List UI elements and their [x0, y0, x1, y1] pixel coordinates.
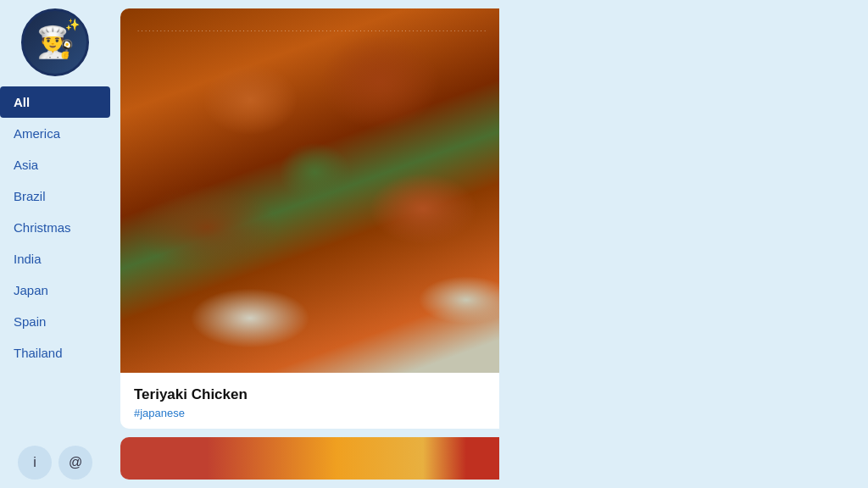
sidebar-item-asia[interactable]: Asia — [0, 149, 110, 180]
card-teriyaki-bottom: Teriyaki Chicken #japanese 𝕏 — [120, 373, 499, 429]
sidebar-item-japan[interactable]: Japan — [0, 274, 110, 306]
sidebar-item-christmas[interactable]: Christmas — [0, 212, 110, 243]
sparkle-icon: ✨ — [65, 18, 80, 31]
logo: 👨‍🍳 ✨ — [21, 8, 89, 76]
sidebar-item-all[interactable]: All — [0, 86, 110, 118]
sidebar-item-thailand[interactable]: Thailand — [0, 337, 110, 369]
right-panel — [499, 0, 868, 488]
sidebar-item-spain[interactable]: Spain — [0, 306, 110, 337]
card-2 — [120, 437, 499, 480]
info-button[interactable]: i — [18, 446, 52, 480]
card-teriyaki-tag: #japanese — [134, 407, 248, 419]
sidebar-item-india[interactable]: India — [0, 243, 110, 274]
main-content: Teriyaki Chicken #japanese 𝕏 — [110, 0, 499, 488]
contact-button[interactable]: @ — [58, 446, 92, 480]
card-teriyaki-info: Teriyaki Chicken #japanese — [134, 386, 248, 419]
sidebar-item-brazil[interactable]: Brazil — [0, 180, 110, 212]
sidebar: 👨‍🍳 ✨ All America Asia Brazil Christmas … — [0, 0, 110, 488]
sidebar-item-america[interactable]: America — [0, 118, 110, 149]
card-2-image — [120, 437, 499, 480]
card-teriyaki: Teriyaki Chicken #japanese 𝕏 — [120, 8, 499, 429]
card-teriyaki-title: Teriyaki Chicken — [134, 386, 248, 403]
card-teriyaki-image — [120, 8, 499, 373]
sidebar-footer: i @ — [0, 437, 110, 488]
